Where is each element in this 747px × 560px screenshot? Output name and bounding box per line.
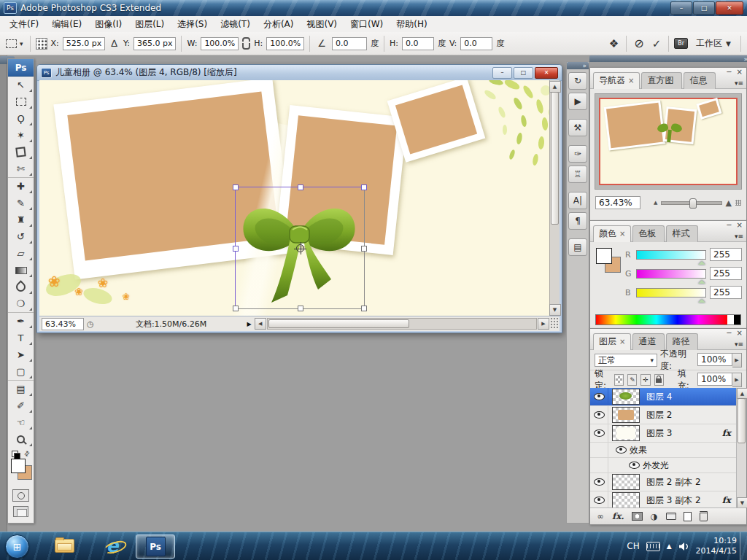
menu-item[interactable]: 滤镜(T) — [214, 16, 257, 33]
warp-mode-icon[interactable]: ❖ — [607, 37, 621, 50]
path-selection-tool[interactable]: ➤ — [8, 346, 34, 363]
shape-tool[interactable]: ▢ — [8, 363, 34, 381]
history-panel-icon[interactable]: ↻ — [568, 72, 587, 90]
transform-handle[interactable] — [361, 184, 367, 190]
screen-mode-button[interactable] — [13, 506, 28, 517]
quick-selection-tool[interactable]: ✶ — [8, 127, 34, 144]
panel-resize-grip[interactable] — [735, 200, 741, 206]
channel-slider[interactable] — [636, 288, 706, 298]
layers-scrollbar[interactable]: ▲ ▼ — [736, 388, 746, 508]
visibility-toggle[interactable] — [590, 473, 608, 491]
channel-slider[interactable] — [636, 250, 706, 260]
panel-tab[interactable]: 图层 × — [593, 333, 631, 350]
default-colors-icon[interactable] — [12, 451, 18, 457]
link-layers-icon[interactable]: ∞ — [596, 512, 605, 521]
layers-scroll-thumb[interactable] — [738, 398, 746, 443]
transform-bounding-box[interactable] — [235, 187, 365, 309]
zoom-tool[interactable] — [8, 431, 34, 448]
panel-tab[interactable]: 色板 — [632, 225, 665, 242]
tray-expand-icon[interactable]: ▲ — [667, 542, 672, 550]
maintain-aspect-ratio-icon[interactable] — [242, 37, 250, 50]
horizontal-scroll-thumb[interactable] — [268, 319, 410, 328]
transform-handle[interactable] — [298, 184, 303, 190]
h-skew-field[interactable]: 0.0 — [402, 37, 434, 50]
panel-tab[interactable]: 通道 — [632, 333, 665, 350]
ie-taskbar-button[interactable]: e — [93, 534, 131, 557]
slider-handle-icon[interactable] — [698, 257, 705, 265]
y-position-field[interactable]: 365.0 px — [133, 37, 176, 50]
move-tool[interactable]: ↖ — [8, 77, 34, 93]
lasso-tool[interactable]: Ϙ — [8, 110, 34, 127]
eraser-tool[interactable]: ▱ — [8, 245, 34, 262]
photoshop-taskbar-button[interactable]: Ps — [136, 534, 175, 559]
panel-tab[interactable]: 直方图 — [641, 72, 682, 89]
current-tool-preview[interactable]: ▾ — [4, 39, 25, 48]
visibility-toggle[interactable] — [590, 406, 608, 424]
restore-button[interactable]: □ — [693, 1, 715, 15]
visibility-toggle[interactable] — [590, 458, 608, 472]
paragraph-panel-icon[interactable]: ¶ — [568, 212, 587, 230]
height-field[interactable]: 100.0% — [266, 37, 304, 50]
menu-item[interactable]: 图层(L) — [128, 16, 171, 33]
blend-mode-select[interactable]: 正常 ▾ — [595, 354, 657, 367]
scroll-right-icon[interactable]: ▶ — [538, 318, 549, 330]
width-field[interactable]: 100.0% — [201, 37, 239, 50]
layer-style-badge[interactable]: fx — [722, 428, 731, 438]
gradient-tool[interactable] — [8, 262, 34, 279]
menu-item[interactable]: 帮助(H) — [390, 16, 433, 33]
dodge-tool[interactable]: ❍ — [8, 295, 34, 313]
vertical-scroll-thumb[interactable] — [551, 92, 559, 225]
rectangular-marquee-tool[interactable] — [8, 93, 34, 110]
layer-style-icon[interactable]: fx. — [612, 511, 624, 521]
crop-tool[interactable] — [8, 144, 34, 160]
history-brush-tool[interactable]: ↺ — [8, 228, 34, 245]
transform-handle[interactable] — [298, 306, 303, 311]
panel-menu-icon[interactable]: ▾≡ — [735, 79, 743, 87]
delete-layer-icon[interactable] — [700, 511, 708, 521]
layer-row-tuceng2[interactable]: 图层 2 fx — [590, 406, 737, 424]
menu-item[interactable]: 分析(A) — [257, 16, 301, 33]
document-title-bar[interactable]: Ps 儿童相册 @ 63.4% (图层 4, RGB/8) [缩放后] – □ … — [37, 65, 562, 81]
panel-menu-icon[interactable]: ▾≡ — [735, 233, 743, 240]
new-group-icon[interactable] — [666, 513, 676, 520]
panel-tab[interactable]: 导航器 × — [593, 72, 640, 89]
effects-row[interactable]: 效果 fx — [590, 443, 737, 458]
rotation-field[interactable]: 0.0 — [332, 37, 367, 50]
add-layer-mask-icon[interactable] — [632, 512, 643, 521]
relative-position-toggle[interactable]: ∆ — [109, 38, 120, 49]
pen-tool[interactable]: ✒ — [8, 313, 34, 330]
clone-source-panel-icon[interactable]: ♖ — [568, 166, 587, 183]
transform-handle[interactable] — [233, 246, 239, 252]
opacity-field[interactable]: 100% — [697, 353, 732, 366]
vertical-scrollbar[interactable]: ▲ ▼ — [549, 80, 560, 316]
foreground-color-swatch[interactable] — [11, 459, 26, 473]
lock-pixels-icon[interactable]: ✎ — [627, 374, 637, 386]
zoom-level-field[interactable]: 63.43% — [42, 318, 84, 330]
navigator-zoom-field[interactable]: 63.43% — [595, 196, 640, 209]
navigator-zoom-slider[interactable] — [661, 201, 721, 205]
dock-expand-chevron[interactable]: » — [567, 62, 589, 69]
tool-presets-panel-icon[interactable]: ⚒ — [568, 119, 587, 136]
commit-transform-icon[interactable]: ✓ — [650, 37, 664, 50]
layer-row-tuceng3[interactable]: 图层 3 fx — [590, 424, 737, 443]
visibility-toggle[interactable] — [590, 443, 608, 457]
notes-tool[interactable]: ▤ — [8, 381, 34, 397]
panel-close-icon[interactable]: × — [737, 68, 743, 76]
fill-field[interactable]: 100% — [697, 373, 732, 386]
transform-handle[interactable] — [361, 306, 367, 311]
scroll-up-icon[interactable]: ▲ — [549, 81, 561, 93]
visibility-toggle[interactable] — [590, 424, 608, 442]
layer-style-badge[interactable]: fx — [722, 495, 731, 505]
workspace-button[interactable]: 工作区 ▼ — [692, 36, 735, 51]
layer-comps-panel-icon[interactable]: ▤ — [568, 238, 587, 256]
clone-stamp-tool[interactable]: ♜ — [8, 211, 34, 228]
panel-tab[interactable]: 信息 — [684, 72, 716, 89]
channel-value-field[interactable]: 255 — [710, 286, 742, 299]
menu-item[interactable]: 窗口(W) — [344, 16, 390, 33]
zoom-slider-thumb[interactable] — [689, 198, 697, 209]
visibility-toggle[interactable] — [590, 388, 608, 405]
color-spectrum-ramp[interactable] — [595, 314, 741, 325]
panel-tab[interactable]: 颜色 × — [593, 225, 631, 242]
brush-tool[interactable]: ✎ — [8, 195, 34, 211]
foreground-color-swatch[interactable] — [596, 248, 612, 264]
